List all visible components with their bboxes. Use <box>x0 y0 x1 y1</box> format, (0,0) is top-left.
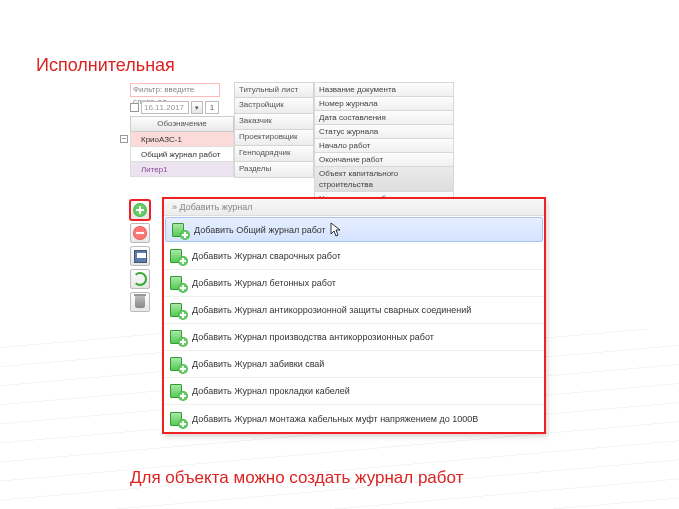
right-item[interactable]: Окончание работ <box>314 153 454 167</box>
menu-item-label: Добавить Общий журнал работ <box>194 225 326 235</box>
mid-item[interactable]: Генподрядчик <box>234 146 314 162</box>
menu-item[interactable]: Добавить Журнал прокладки кабелей <box>164 378 544 405</box>
journal-add-icon <box>170 411 186 427</box>
journal-add-icon <box>172 222 188 238</box>
journal-add-icon <box>170 383 186 399</box>
mid-item[interactable]: Проектировщик <box>234 130 314 146</box>
right-panel: Название документа Номер журнала Дата со… <box>314 82 454 214</box>
menu-item[interactable]: Добавить Журнал производства антикоррози… <box>164 324 544 351</box>
collapse-icon[interactable]: − <box>120 135 128 143</box>
menu-header: » Добавить журнал <box>164 199 544 216</box>
menu-item-label: Добавить Журнал антикоррозионной защиты … <box>192 305 471 315</box>
right-item[interactable]: Объект капитального строительства <box>314 167 454 192</box>
menu-item[interactable]: Добавить Общий журнал работ <box>165 217 543 242</box>
right-item[interactable]: Номер журнала <box>314 97 454 111</box>
date-dropdown-icon[interactable]: ▾ <box>191 101 203 114</box>
minus-icon <box>133 226 147 240</box>
right-item[interactable]: Статус журнала <box>314 125 454 139</box>
menu-item-label: Добавить Журнал прокладки кабелей <box>192 386 350 396</box>
menu-item[interactable]: Добавить Журнал антикоррозионной защиты … <box>164 297 544 324</box>
refresh-icon <box>133 272 147 286</box>
mid-item[interactable]: Застройщик <box>234 98 314 114</box>
refresh-button[interactable] <box>130 269 150 289</box>
tree-item[interactable]: Литер1 <box>130 162 234 177</box>
save-icon <box>134 250 147 263</box>
add-journal-menu: » Добавить журнал Добавить Общий журнал … <box>162 197 546 434</box>
remove-button[interactable] <box>130 223 150 243</box>
menu-item-label: Добавить Журнал монтажа кабельных муфт н… <box>192 414 478 424</box>
cursor-icon <box>330 222 342 238</box>
menu-item-label: Добавить Журнал бетонных работ <box>192 278 336 288</box>
trash-icon <box>135 296 145 308</box>
date-field[interactable]: 16.11.2017 <box>141 101 189 114</box>
toolbar <box>130 200 152 315</box>
add-button[interactable] <box>130 200 150 220</box>
save-button[interactable] <box>130 246 150 266</box>
mid-item[interactable]: Разделы <box>234 162 314 178</box>
date-checkbox[interactable] <box>130 103 139 112</box>
mid-item[interactable]: Заказчик <box>234 114 314 130</box>
journal-add-icon <box>170 275 186 291</box>
journal-add-icon <box>170 302 186 318</box>
menu-item[interactable]: Добавить Журнал бетонных работ <box>164 270 544 297</box>
delete-button[interactable] <box>130 292 150 312</box>
plus-icon <box>133 203 147 217</box>
right-item[interactable]: Дата составления <box>314 111 454 125</box>
journal-add-icon <box>170 248 186 264</box>
right-item[interactable]: Название документа <box>314 82 454 97</box>
date-extra-field[interactable]: 1 <box>205 101 219 114</box>
menu-item[interactable]: Добавить Журнал монтажа кабельных муфт н… <box>164 405 544 432</box>
middle-panel: Титульный лист Застройщик Заказчик Проек… <box>234 82 314 178</box>
page-title: Исполнительная <box>36 55 175 76</box>
mid-item[interactable]: Титульный лист <box>234 82 314 98</box>
menu-item-label: Добавить Журнал производства антикоррози… <box>192 332 434 342</box>
menu-item-label: Добавить Журнал сварочных работ <box>192 251 341 261</box>
right-item[interactable]: Начало работ <box>314 139 454 153</box>
filter-input[interactable]: Фильтр: введите слова дл <box>130 83 220 97</box>
journal-add-icon <box>170 329 186 345</box>
tree-item[interactable]: КриоАЗС-1 <box>130 132 234 147</box>
journal-add-icon <box>170 356 186 372</box>
tree-header: Обозначение <box>130 116 234 132</box>
menu-item[interactable]: Добавить Журнал сварочных работ <box>164 243 544 270</box>
tree-item[interactable]: Общий журнал работ <box>130 147 234 162</box>
page-caption: Для объекта можно создать журнал работ <box>130 468 463 488</box>
menu-item-label: Добавить Журнал забивки свай <box>192 359 324 369</box>
menu-item[interactable]: Добавить Журнал забивки свай <box>164 351 544 378</box>
